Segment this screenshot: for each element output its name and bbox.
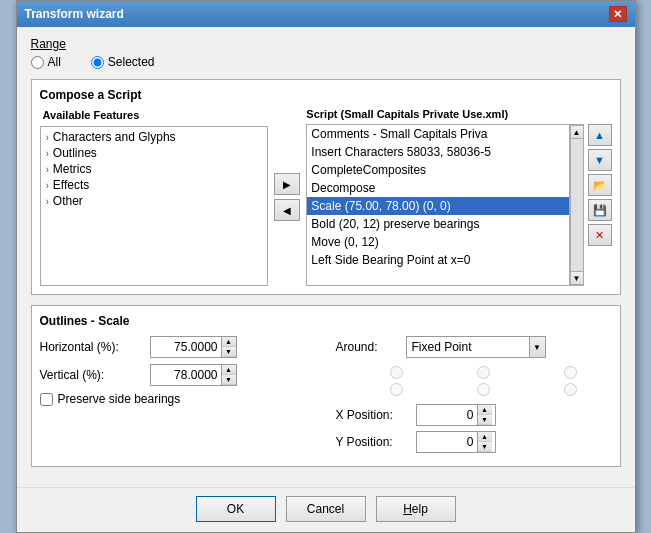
script-item[interactable]: Insert Characters 58033, 58036-5	[307, 143, 568, 161]
pos-radio-mr[interactable]	[564, 383, 577, 396]
tree-item-other[interactable]: › Other	[43, 193, 266, 209]
radio-cell-ml[interactable]	[356, 383, 439, 396]
range-all-radio[interactable]	[31, 56, 44, 69]
help-button[interactable]: Help	[376, 496, 456, 522]
radio-cell-tc[interactable]	[442, 366, 525, 379]
compose-section: Compose a Script Available Features › Ch…	[31, 79, 621, 295]
help-underline: H	[403, 502, 412, 516]
horizontal-spin-up[interactable]: ▲	[222, 337, 236, 347]
vertical-input-wrap: ▲ ▼	[150, 364, 237, 386]
compose-title: Compose a Script	[40, 88, 612, 102]
close-button[interactable]: ✕	[609, 6, 627, 22]
around-dropdown[interactable]: Fixed Point ▼	[406, 336, 546, 358]
scroll-track	[571, 139, 583, 271]
range-all-label: All	[48, 55, 61, 69]
available-features-panel: Available Features › Characters and Glyp…	[40, 108, 269, 286]
move-up-button[interactable]: ▲	[588, 124, 612, 146]
save-button[interactable]: 💾	[588, 199, 612, 221]
left-params: Horizontal (%): ▲ ▼ Vertical (%):	[40, 336, 316, 458]
script-list-scrollbar[interactable]: ▲ ▼	[570, 124, 584, 286]
scroll-up-button[interactable]: ▲	[570, 125, 584, 139]
x-position-label: X Position:	[336, 408, 416, 422]
horizontal-label: Horizontal (%):	[40, 340, 150, 354]
open-folder-button[interactable]: 📂	[588, 174, 612, 196]
range-label: Range	[31, 37, 621, 51]
transform-wizard-dialog: Transform wizard ✕ Range All Selected Co…	[16, 0, 636, 533]
horizontal-spin-down[interactable]: ▼	[222, 347, 236, 357]
tree-arrow: ›	[46, 180, 49, 191]
range-selected-radio[interactable]	[91, 56, 104, 69]
horizontal-input[interactable]	[151, 339, 221, 355]
script-item[interactable]: Decompose	[307, 179, 568, 197]
tree-arrow: ›	[46, 148, 49, 159]
compose-inner: Available Features › Characters and Glyp…	[40, 108, 612, 286]
dialog-body: Range All Selected Compose a Script Avai…	[17, 27, 635, 487]
preserve-row: Preserve side bearings	[40, 392, 316, 406]
params-section: Outlines - Scale Horizontal (%): ▲ ▼	[31, 305, 621, 467]
script-item[interactable]: Move (0, 12)	[307, 233, 568, 251]
pos-radio-tr[interactable]	[564, 366, 577, 379]
x-spin-down[interactable]: ▼	[478, 415, 492, 425]
vertical-row: Vertical (%): ▲ ▼	[40, 364, 316, 386]
script-list[interactable]: Comments - Small Capitals Priva Insert C…	[306, 124, 569, 286]
ok-button[interactable]: OK	[196, 496, 276, 522]
script-item[interactable]: Comments - Small Capitals Priva	[307, 125, 568, 143]
radio-cell-mr[interactable]	[529, 383, 612, 396]
params-inner: Horizontal (%): ▲ ▼ Vertical (%):	[40, 336, 612, 458]
pos-radio-mc[interactable]	[477, 383, 490, 396]
vertical-spin-up[interactable]: ▲	[222, 365, 236, 375]
move-down-button[interactable]: ▼	[588, 149, 612, 171]
pos-radio-ml[interactable]	[390, 383, 403, 396]
range-all-option[interactable]: All	[31, 55, 61, 69]
tree-label: Metrics	[53, 162, 92, 176]
vertical-spin-down[interactable]: ▼	[222, 375, 236, 385]
y-position-input[interactable]	[417, 434, 477, 450]
available-features-title: Available Features	[40, 108, 269, 122]
script-title: Script (Small Capitals Private Use.xml)	[306, 108, 611, 120]
vertical-spin: ▲ ▼	[221, 365, 236, 385]
range-section: Range All Selected	[31, 37, 621, 69]
tree-item-effects[interactable]: › Effects	[43, 177, 266, 193]
script-item[interactable]: Left Side Bearing Point at x=0	[307, 251, 568, 269]
tree-item-metrics[interactable]: › Metrics	[43, 161, 266, 177]
script-item[interactable]: Bold (20, 12) preserve bearings	[307, 215, 568, 233]
script-list-container: Comments - Small Capitals Priva Insert C…	[306, 124, 583, 286]
around-dropdown-arrow[interactable]: ▼	[529, 337, 545, 357]
horizontal-spin: ▲ ▼	[221, 337, 236, 357]
x-position-input[interactable]	[417, 407, 477, 423]
vertical-input[interactable]	[151, 367, 221, 383]
script-item-selected[interactable]: Scale (75.00, 78.00) (0, 0)	[307, 197, 568, 215]
range-selected-label: Selected	[108, 55, 155, 69]
pos-radio-tc[interactable]	[477, 366, 490, 379]
radio-cell-mc[interactable]	[442, 383, 525, 396]
tree-item-outlines[interactable]: › Outlines	[43, 145, 266, 161]
cancel-button[interactable]: Cancel	[286, 496, 366, 522]
horizontal-row: Horizontal (%): ▲ ▼	[40, 336, 316, 358]
y-spin-down[interactable]: ▼	[478, 442, 492, 452]
delete-button[interactable]: ✕	[588, 224, 612, 246]
tree-item-characters[interactable]: › Characters and Glyphs	[43, 129, 266, 145]
x-spin-up[interactable]: ▲	[478, 405, 492, 415]
x-position-input-wrap: ▲ ▼	[416, 404, 496, 426]
tree-arrow: ›	[46, 196, 49, 207]
tree-label: Other	[53, 194, 83, 208]
y-spin-up[interactable]: ▲	[478, 432, 492, 442]
x-position-row: X Position: ▲ ▼	[336, 404, 612, 426]
preserve-checkbox[interactable]	[40, 393, 53, 406]
params-title: Outlines - Scale	[40, 314, 612, 328]
available-features-list: › Characters and Glyphs › Outlines › Met…	[40, 126, 269, 286]
bottom-buttons: OK Cancel Help	[17, 487, 635, 532]
range-row: All Selected	[31, 55, 621, 69]
add-to-script-button[interactable]: ▶	[274, 173, 300, 195]
info-button[interactable]: ◀	[274, 199, 300, 221]
tree-label: Effects	[53, 178, 89, 192]
radio-cell-tl[interactable]	[356, 366, 439, 379]
y-position-row: Y Position: ▲ ▼	[336, 431, 612, 453]
preserve-label: Preserve side bearings	[58, 392, 181, 406]
y-position-input-wrap: ▲ ▼	[416, 431, 496, 453]
pos-radio-tl[interactable]	[390, 366, 403, 379]
scroll-down-button[interactable]: ▼	[570, 271, 584, 285]
script-item[interactable]: CompleteComposites	[307, 161, 568, 179]
radio-cell-tr[interactable]	[529, 366, 612, 379]
range-selected-option[interactable]: Selected	[91, 55, 155, 69]
